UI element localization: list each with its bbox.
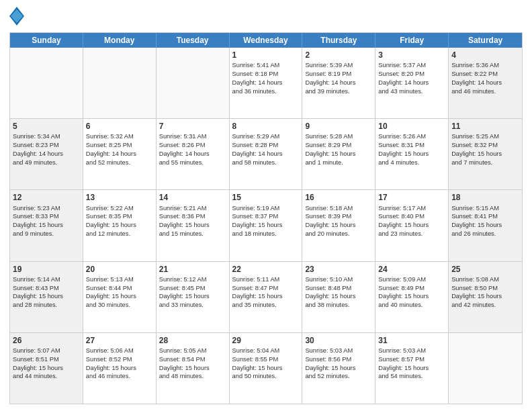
cal-cell-3: 3Sunrise: 5:37 AM Sunset: 8:20 PM Daylig… — [375, 48, 449, 118]
cal-cell-17: 17Sunrise: 5:17 AM Sunset: 8:40 PM Dayli… — [375, 190, 449, 261]
day-number: 26 — [13, 335, 80, 346]
header-day-friday: Friday — [375, 33, 449, 48]
header-day-thursday: Thursday — [302, 33, 375, 48]
cal-cell-6: 6Sunrise: 5:32 AM Sunset: 8:25 PM Daylig… — [83, 119, 157, 189]
day-number: 4 — [451, 50, 519, 60]
day-info: Sunrise: 5:03 AM Sunset: 8:57 PM Dayligh… — [378, 347, 429, 379]
day-number: 19 — [13, 264, 80, 275]
day-number: 8 — [232, 121, 300, 132]
day-info: Sunrise: 5:41 AM Sunset: 8:18 PM Dayligh… — [232, 62, 283, 94]
day-info: Sunrise: 5:10 AM Sunset: 8:48 PM Dayligh… — [305, 276, 355, 308]
cal-cell-23: 23Sunrise: 5:10 AM Sunset: 8:48 PM Dayli… — [302, 262, 375, 332]
cal-cell-7: 7Sunrise: 5:31 AM Sunset: 8:26 PM Daylig… — [157, 119, 230, 189]
cal-cell-21: 21Sunrise: 5:12 AM Sunset: 8:45 PM Dayli… — [157, 262, 230, 332]
cal-cell-empty-4-6 — [449, 333, 522, 404]
day-info: Sunrise: 5:28 AM Sunset: 8:29 PM Dayligh… — [305, 133, 355, 165]
day-number: 2 — [305, 50, 372, 60]
day-info: Sunrise: 5:26 AM Sunset: 8:31 PM Dayligh… — [378, 133, 429, 165]
calendar-row-0: 1Sunrise: 5:41 AM Sunset: 8:18 PM Daylig… — [10, 48, 522, 118]
day-info: Sunrise: 5:12 AM Sunset: 8:45 PM Dayligh… — [159, 276, 210, 308]
cal-cell-27: 27Sunrise: 5:06 AM Sunset: 8:52 PM Dayli… — [83, 333, 157, 404]
day-number: 18 — [451, 192, 519, 203]
cal-cell-13: 13Sunrise: 5:22 AM Sunset: 8:35 PM Dayli… — [83, 190, 157, 261]
day-number: 20 — [86, 264, 153, 275]
logo — [9, 7, 27, 28]
day-info: Sunrise: 5:03 AM Sunset: 8:56 PM Dayligh… — [305, 347, 355, 379]
day-info: Sunrise: 5:06 AM Sunset: 8:52 PM Dayligh… — [86, 347, 136, 379]
day-number: 17 — [378, 192, 445, 203]
cal-cell-22: 22Sunrise: 5:11 AM Sunset: 8:47 PM Dayli… — [230, 262, 303, 332]
calendar-row-2: 12Sunrise: 5:23 AM Sunset: 8:33 PM Dayli… — [10, 189, 522, 261]
logo-icon — [9, 7, 24, 26]
cal-cell-16: 16Sunrise: 5:18 AM Sunset: 8:39 PM Dayli… — [302, 190, 375, 261]
day-info: Sunrise: 5:25 AM Sunset: 8:32 PM Dayligh… — [451, 133, 502, 165]
day-info: Sunrise: 5:05 AM Sunset: 8:54 PM Dayligh… — [159, 347, 210, 379]
day-number: 5 — [13, 121, 80, 132]
day-info: Sunrise: 5:32 AM Sunset: 8:25 PM Dayligh… — [86, 133, 136, 165]
day-info: Sunrise: 5:04 AM Sunset: 8:55 PM Dayligh… — [232, 347, 283, 379]
calendar-row-1: 5Sunrise: 5:34 AM Sunset: 8:23 PM Daylig… — [10, 118, 522, 189]
day-info: Sunrise: 5:23 AM Sunset: 8:33 PM Dayligh… — [13, 205, 63, 237]
cal-cell-20: 20Sunrise: 5:13 AM Sunset: 8:44 PM Dayli… — [83, 262, 157, 332]
cal-cell-10: 10Sunrise: 5:26 AM Sunset: 8:31 PM Dayli… — [375, 119, 449, 189]
cal-cell-2: 2Sunrise: 5:39 AM Sunset: 8:19 PM Daylig… — [302, 48, 375, 118]
day-number: 11 — [451, 121, 519, 132]
calendar: SundayMondayTuesdayWednesdayThursdayFrid… — [9, 32, 523, 404]
day-info: Sunrise: 5:37 AM Sunset: 8:20 PM Dayligh… — [378, 62, 429, 94]
cal-cell-empty-0-2 — [157, 48, 230, 118]
day-number: 31 — [378, 335, 445, 346]
day-info: Sunrise: 5:39 AM Sunset: 8:19 PM Dayligh… — [305, 62, 355, 94]
cal-cell-31: 31Sunrise: 5:03 AM Sunset: 8:57 PM Dayli… — [375, 333, 449, 404]
calendar-body: 1Sunrise: 5:41 AM Sunset: 8:18 PM Daylig… — [10, 48, 522, 404]
day-number: 24 — [378, 264, 445, 275]
calendar-row-4: 26Sunrise: 5:07 AM Sunset: 8:51 PM Dayli… — [10, 332, 522, 404]
cal-cell-5: 5Sunrise: 5:34 AM Sunset: 8:23 PM Daylig… — [10, 119, 83, 189]
day-info: Sunrise: 5:07 AM Sunset: 8:51 PM Dayligh… — [13, 347, 63, 379]
day-number: 6 — [86, 121, 153, 132]
cal-cell-empty-0-1 — [83, 48, 157, 118]
header-day-monday: Monday — [83, 33, 157, 48]
cal-cell-15: 15Sunrise: 5:19 AM Sunset: 8:37 PM Dayli… — [230, 190, 303, 261]
day-info: Sunrise: 5:29 AM Sunset: 8:28 PM Dayligh… — [232, 133, 283, 165]
day-number: 14 — [159, 192, 226, 203]
svg-marker-1 — [11, 9, 23, 23]
day-number: 30 — [305, 335, 372, 346]
day-number: 1 — [232, 50, 300, 60]
cal-cell-empty-0-0 — [10, 48, 83, 118]
cal-cell-9: 9Sunrise: 5:28 AM Sunset: 8:29 PM Daylig… — [302, 119, 375, 189]
day-number: 23 — [305, 264, 372, 275]
day-info: Sunrise: 5:11 AM Sunset: 8:47 PM Dayligh… — [232, 276, 283, 308]
day-number: 3 — [378, 50, 445, 60]
day-number: 10 — [378, 121, 445, 132]
day-number: 21 — [159, 264, 226, 275]
cal-cell-19: 19Sunrise: 5:14 AM Sunset: 8:43 PM Dayli… — [10, 262, 83, 332]
day-number: 7 — [159, 121, 226, 132]
day-number: 25 — [451, 264, 519, 275]
day-info: Sunrise: 5:21 AM Sunset: 8:36 PM Dayligh… — [159, 205, 210, 237]
day-info: Sunrise: 5:09 AM Sunset: 8:49 PM Dayligh… — [378, 276, 429, 308]
cal-cell-1: 1Sunrise: 5:41 AM Sunset: 8:18 PM Daylig… — [230, 48, 303, 118]
header-day-saturday: Saturday — [449, 33, 522, 48]
cal-cell-4: 4Sunrise: 5:36 AM Sunset: 8:22 PM Daylig… — [449, 48, 522, 118]
day-info: Sunrise: 5:22 AM Sunset: 8:35 PM Dayligh… — [86, 205, 136, 237]
day-info: Sunrise: 5:08 AM Sunset: 8:50 PM Dayligh… — [451, 276, 502, 308]
page: SundayMondayTuesdayWednesdayThursdayFrid… — [0, 0, 532, 411]
day-info: Sunrise: 5:36 AM Sunset: 8:22 PM Dayligh… — [451, 62, 502, 94]
day-number: 13 — [86, 192, 153, 203]
day-info: Sunrise: 5:14 AM Sunset: 8:43 PM Dayligh… — [13, 276, 63, 308]
header-day-wednesday: Wednesday — [230, 33, 303, 48]
day-info: Sunrise: 5:34 AM Sunset: 8:23 PM Dayligh… — [13, 133, 63, 165]
cal-cell-30: 30Sunrise: 5:03 AM Sunset: 8:56 PM Dayli… — [302, 333, 375, 404]
cal-cell-29: 29Sunrise: 5:04 AM Sunset: 8:55 PM Dayli… — [230, 333, 303, 404]
cal-cell-11: 11Sunrise: 5:25 AM Sunset: 8:32 PM Dayli… — [449, 119, 522, 189]
header-day-sunday: Sunday — [10, 33, 83, 48]
header — [9, 7, 523, 28]
cal-cell-28: 28Sunrise: 5:05 AM Sunset: 8:54 PM Dayli… — [157, 333, 230, 404]
day-info: Sunrise: 5:17 AM Sunset: 8:40 PM Dayligh… — [378, 205, 429, 237]
day-number: 16 — [305, 192, 372, 203]
day-info: Sunrise: 5:13 AM Sunset: 8:44 PM Dayligh… — [86, 276, 136, 308]
cal-cell-26: 26Sunrise: 5:07 AM Sunset: 8:51 PM Dayli… — [10, 333, 83, 404]
day-info: Sunrise: 5:31 AM Sunset: 8:26 PM Dayligh… — [159, 133, 210, 165]
day-info: Sunrise: 5:18 AM Sunset: 8:39 PM Dayligh… — [305, 205, 355, 237]
day-number: 28 — [159, 335, 226, 346]
